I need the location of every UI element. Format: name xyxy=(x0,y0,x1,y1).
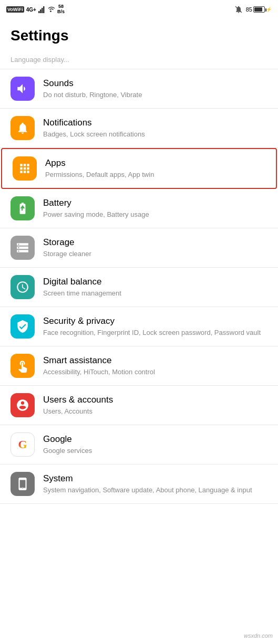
apps-title: Apps xyxy=(45,157,265,169)
smart-assistance-icon xyxy=(16,359,29,373)
settings-item-sounds[interactable]: Sounds Do not disturb, Ringtone, Vibrate xyxy=(0,69,278,109)
battery-indicator: 85 ⚡ xyxy=(246,6,272,13)
svg-rect-0 xyxy=(38,11,40,13)
users-accounts-subtitle: Users, Accounts xyxy=(43,407,267,416)
users-icon-wrapper xyxy=(11,393,35,417)
settings-item-storage[interactable]: Storage Storage cleaner xyxy=(0,228,278,268)
settings-list: Sounds Do not disturb, Ringtone, Vibrate… xyxy=(0,69,278,504)
system-title: System xyxy=(43,473,267,484)
digital-balance-text: Digital balance Screen time management xyxy=(43,276,267,298)
digital-balance-icon-wrapper xyxy=(11,275,35,299)
notifications-title: Notifications xyxy=(43,117,267,129)
google-subtitle: Google services xyxy=(43,446,267,456)
apps-text: Apps Permissions, Default apps, App twin xyxy=(45,157,265,180)
partial-top-item: Language display... xyxy=(0,50,278,69)
notifications-icon-wrapper xyxy=(11,116,35,140)
battery-title: Battery xyxy=(43,197,267,209)
users-accounts-text: Users & accounts Users, Accounts xyxy=(43,394,267,416)
google-icon: G xyxy=(18,438,27,451)
settings-item-google[interactable]: G Google Google services xyxy=(0,425,278,464)
settings-item-security-privacy[interactable]: Security & privacy Face recognition, Fin… xyxy=(0,307,278,346)
apps-icon-wrapper xyxy=(13,156,37,181)
battery-setting-icon xyxy=(16,202,29,215)
google-title: Google xyxy=(43,434,267,445)
settings-item-smart-assistance[interactable]: Smart assistance Accessibility, HiTouch,… xyxy=(0,346,278,386)
storage-text: Storage Storage cleaner xyxy=(43,237,267,259)
svg-rect-1 xyxy=(40,9,42,13)
smart-assistance-text: Smart assistance Accessibility, HiTouch,… xyxy=(43,355,267,377)
notifications-icon xyxy=(16,121,29,135)
smart-assistance-title: Smart assistance xyxy=(43,355,267,366)
notifications-subtitle: Badges, Lock screen notifications xyxy=(43,130,267,139)
network-type: 4G+ xyxy=(26,7,36,13)
sounds-icon xyxy=(16,82,29,96)
settings-item-users-accounts[interactable]: Users & accounts Users, Accounts xyxy=(0,386,278,425)
sounds-subtitle: Do not disturb, Ringtone, Vibrate xyxy=(43,90,267,100)
users-icon xyxy=(16,398,29,412)
security-icon-wrapper xyxy=(11,314,35,339)
bell-muted-icon xyxy=(234,5,243,14)
status-bar: VoWiFi 4G+ 58B/s 85 ⚡ xyxy=(0,0,278,19)
storage-icon-wrapper xyxy=(11,236,35,260)
battery-subtitle: Power saving mode, Battery usage xyxy=(43,210,267,219)
svg-rect-2 xyxy=(42,8,43,13)
system-icon xyxy=(16,477,29,491)
storage-subtitle: Storage cleaner xyxy=(43,249,267,259)
sounds-text: Sounds Do not disturb, Ringtone, Vibrate xyxy=(43,78,267,100)
battery-icon-wrapper xyxy=(11,196,35,220)
watermark: wsxdn.com xyxy=(244,632,273,639)
svg-rect-3 xyxy=(43,6,45,13)
apps-icon xyxy=(18,162,32,175)
battery-percent: 85 xyxy=(246,6,252,13)
digital-balance-title: Digital balance xyxy=(43,276,267,288)
security-icon xyxy=(16,320,29,333)
sounds-icon-wrapper xyxy=(11,77,35,101)
apps-subtitle: Permissions, Default apps, App twin xyxy=(45,170,265,180)
settings-item-notifications[interactable]: Notifications Badges, Lock screen notifi… xyxy=(0,109,278,148)
security-text: Security & privacy Face recognition, Fin… xyxy=(43,315,267,337)
digital-balance-subtitle: Screen time management xyxy=(43,289,267,298)
sounds-title: Sounds xyxy=(43,78,267,89)
storage-title: Storage xyxy=(43,237,267,248)
system-subtitle: System navigation, Software update, Abou… xyxy=(43,485,267,495)
smart-assistance-subtitle: Accessibility, HiTouch, Motion control xyxy=(43,367,267,377)
smart-assistance-icon-wrapper xyxy=(11,354,35,378)
wifi-icon xyxy=(48,6,55,13)
storage-icon xyxy=(16,241,29,255)
security-subtitle: Face recognition, Fingerprint ID, Lock s… xyxy=(43,328,267,337)
vowifi-label: VoWiFi xyxy=(6,6,24,13)
google-text: Google Google services xyxy=(43,434,267,456)
settings-item-system[interactable]: System System navigation, Software updat… xyxy=(0,464,278,504)
google-icon-wrapper: G xyxy=(11,432,35,457)
settings-item-digital-balance[interactable]: Digital balance Screen time management xyxy=(0,268,278,307)
digital-balance-icon xyxy=(16,280,29,294)
settings-item-battery[interactable]: Battery Power saving mode, Battery usage xyxy=(0,189,278,228)
system-icon-wrapper xyxy=(11,472,35,496)
security-title: Security & privacy xyxy=(43,315,267,327)
battery-text: Battery Power saving mode, Battery usage xyxy=(43,197,267,219)
settings-item-apps[interactable]: Apps Permissions, Default apps, App twin xyxy=(1,148,277,189)
signal-icon xyxy=(38,6,46,13)
page-title: Settings xyxy=(0,19,278,50)
status-left: VoWiFi 4G+ 58B/s xyxy=(6,4,65,15)
status-right: 85 ⚡ xyxy=(234,5,272,14)
notifications-text: Notifications Badges, Lock screen notifi… xyxy=(43,117,267,139)
network-speed: 58B/s xyxy=(57,4,65,15)
users-accounts-title: Users & accounts xyxy=(43,394,267,406)
charging-icon: ⚡ xyxy=(266,7,272,12)
system-text: System System navigation, Software updat… xyxy=(43,473,267,495)
